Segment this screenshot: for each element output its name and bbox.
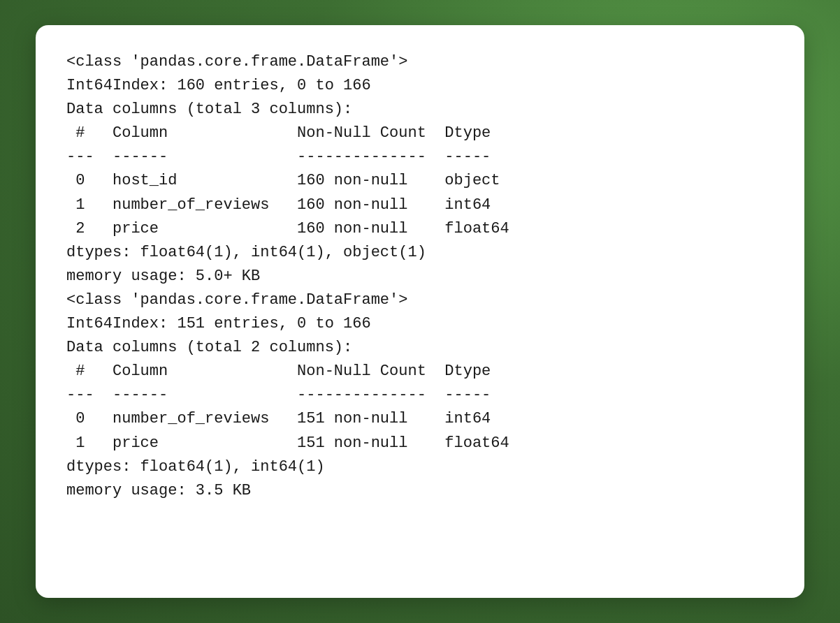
output-card: <class 'pandas.core.frame.DataFrame'> In… [36,25,804,598]
dataframe-info-block-1: <class 'pandas.core.frame.DataFrame'> In… [66,50,774,288]
dataframe-info-block-2: <class 'pandas.core.frame.DataFrame'> In… [66,288,774,503]
